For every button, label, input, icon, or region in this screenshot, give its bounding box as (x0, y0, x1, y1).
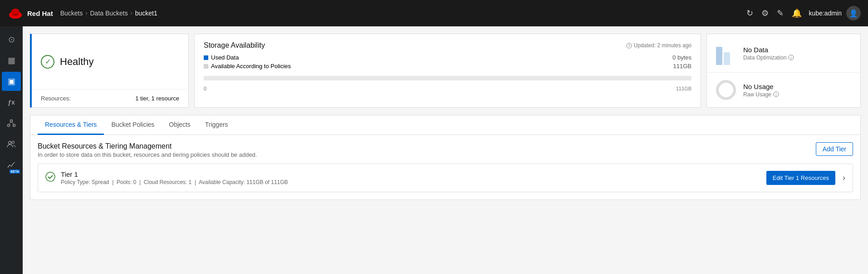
breadcrumb: Buckets › Data Buckets › bucket1 (60, 10, 746, 17)
clock-icon (626, 43, 632, 49)
svg-point-2 (10, 120, 13, 122)
data-optimization-subtitle: Data Optimization i (743, 55, 794, 61)
tier-row: Tier 1 Policy Type: Spread | Pools: 0 | … (38, 164, 853, 192)
tabs-section: Resources & Tiers Bucket Policies Object… (30, 115, 861, 200)
breadcrumb-data-buckets[interactable]: Data Buckets (90, 10, 128, 17)
main-layout: ⊙ ▦ ▣ ƒx (0, 26, 868, 274)
settings-icon[interactable]: ⚙ (761, 8, 769, 18)
main-content: ✓ Healthy Resources: 1 tier, 1 resource … (23, 26, 868, 274)
section-text: Bucket Resources & Tiering Management In… (38, 142, 257, 158)
tier-info: Tier 1 Policy Type: Spread | Pools: 0 | … (61, 170, 761, 185)
legend-used-row: Used Data 0 bytes (204, 54, 691, 61)
info-icon-1: i (788, 55, 794, 60)
section-title: Bucket Resources & Tiering Management (38, 142, 257, 150)
storage-updated-text: Updated: 2 minutes ago (634, 42, 691, 49)
health-card: ✓ Healthy Resources: 1 tier, 1 resource (30, 34, 189, 108)
sidebar-item-functions[interactable]: ƒx (2, 93, 21, 112)
health-status-row: ✓ Healthy (32, 34, 188, 90)
storage-bar-labels: 0 111GB (204, 86, 691, 91)
refresh-icon[interactable]: ↻ (746, 8, 753, 18)
bar-max-label: 111GB (676, 86, 691, 91)
storage-legend: Used Data 0 bytes Available According to… (204, 54, 691, 70)
available-dot (204, 64, 208, 69)
topnav-icons: ↻ ⚙ ✎ 🔔 (746, 8, 802, 18)
data-optimization-title: No Data (743, 46, 794, 54)
storage-card: Storage Availability Updated: 2 minutes … (194, 34, 701, 108)
legend-available-row: Available According to Policies 111GB (204, 63, 691, 70)
data-optimization-info: No Data Data Optimization i (743, 46, 794, 61)
sidebar-item-analytics[interactable] (2, 155, 21, 174)
sidebar-item-topology[interactable] (2, 114, 21, 133)
tab-policies[interactable]: Bucket Policies (104, 115, 162, 135)
raw-usage-info: No Usage Raw Usage i (743, 83, 779, 98)
redhat-logo (7, 5, 24, 21)
data-optimization-row: No Data Data Optimization i (707, 34, 860, 72)
breadcrumb-buckets[interactable]: Buckets (60, 10, 83, 17)
storage-header: Storage Availability Updated: 2 minutes … (204, 41, 691, 50)
username: kube:admin (809, 10, 842, 17)
svg-text:i: i (776, 93, 777, 97)
svg-line-5 (9, 122, 11, 125)
used-dot (204, 55, 208, 60)
svg-point-4 (13, 125, 15, 127)
tab-content: Bucket Resources & Tiering Management In… (30, 135, 860, 199)
storage-title: Storage Availability (204, 41, 265, 50)
breadcrumb-current: bucket1 (135, 10, 157, 17)
data-optimization-icon (716, 41, 736, 65)
storage-updated: Updated: 2 minutes ago (626, 42, 691, 49)
bar-min-label: 0 (204, 86, 206, 91)
svg-point-3 (8, 125, 10, 127)
tier-name: Tier 1 (61, 170, 761, 178)
used-label-text: Used Data (211, 54, 239, 61)
svg-point-7 (9, 141, 11, 144)
health-resources-row: Resources: 1 tier, 1 resource (32, 90, 188, 107)
svg-text:i: i (791, 56, 792, 60)
tab-resources[interactable]: Resources & Tiers (38, 115, 104, 135)
legend-available-label: Available According to Policies (204, 63, 291, 70)
storage-bar (204, 76, 691, 80)
health-check-icon: ✓ (41, 55, 54, 69)
raw-usage-title: No Usage (743, 83, 779, 90)
sidebar-item-home[interactable]: ⊙ (2, 30, 21, 49)
section-header: Bucket Resources & Tiering Management In… (38, 142, 853, 158)
resources-label: Resources: (41, 95, 71, 102)
brand: Red Hat (7, 5, 53, 21)
used-value: 0 bytes (672, 54, 691, 61)
sidebar-item-buckets[interactable]: ▣ (2, 72, 21, 91)
raw-usage-row: No Usage Raw Usage i (707, 72, 860, 107)
chevron-right-icon[interactable]: › (843, 173, 845, 183)
brand-name: Red Hat (27, 10, 53, 17)
svg-point-16 (46, 172, 55, 181)
health-label: Healthy (60, 56, 94, 68)
cards-row: ✓ Healthy Resources: 1 tier, 1 resource … (30, 34, 861, 108)
available-label-text: Available According to Policies (211, 63, 291, 70)
resources-value: 1 tier, 1 resource (135, 95, 179, 102)
sidebar: ⊙ ▦ ▣ ƒx (0, 26, 23, 274)
breadcrumb-sep-2: › (131, 10, 132, 16)
svg-point-8 (12, 141, 15, 144)
metrics-card: No Data Data Optimization i No Usa (706, 34, 861, 108)
breadcrumb-sep-1: › (86, 10, 88, 16)
user-avatar[interactable]: 👤 (846, 6, 861, 20)
sidebar-item-dashboard[interactable]: ▦ (2, 51, 21, 70)
svg-point-1 (11, 9, 20, 15)
info-icon-2: i (773, 91, 779, 97)
available-value: 111GB (673, 63, 691, 70)
edit-tier-button[interactable]: Edit Tier 1 Resources (766, 171, 835, 185)
tab-triggers[interactable]: Triggers (198, 115, 235, 135)
sidebar-item-users[interactable] (2, 135, 21, 154)
raw-usage-icon (716, 80, 736, 100)
raw-usage-subtitle: Raw Usage i (743, 91, 779, 98)
section-desc: In order to store data on this bucket, r… (38, 151, 257, 158)
svg-line-6 (11, 122, 14, 125)
tabs-bar: Resources & Tiers Bucket Policies Object… (30, 115, 860, 135)
edit-icon[interactable]: ✎ (777, 8, 784, 18)
topnav-user: kube:admin 👤 (809, 6, 861, 20)
legend-used-label: Used Data (204, 54, 239, 61)
topnav: Red Hat Buckets › Data Buckets › bucket1… (0, 0, 868, 26)
tier-details: Policy Type: Spread | Pools: 0 | Cloud R… (61, 179, 761, 185)
tab-objects[interactable]: Objects (162, 115, 197, 135)
add-tier-button[interactable]: Add Tier (816, 142, 853, 156)
bell-icon[interactable]: 🔔 (792, 8, 802, 18)
tier-check-icon (45, 172, 55, 184)
